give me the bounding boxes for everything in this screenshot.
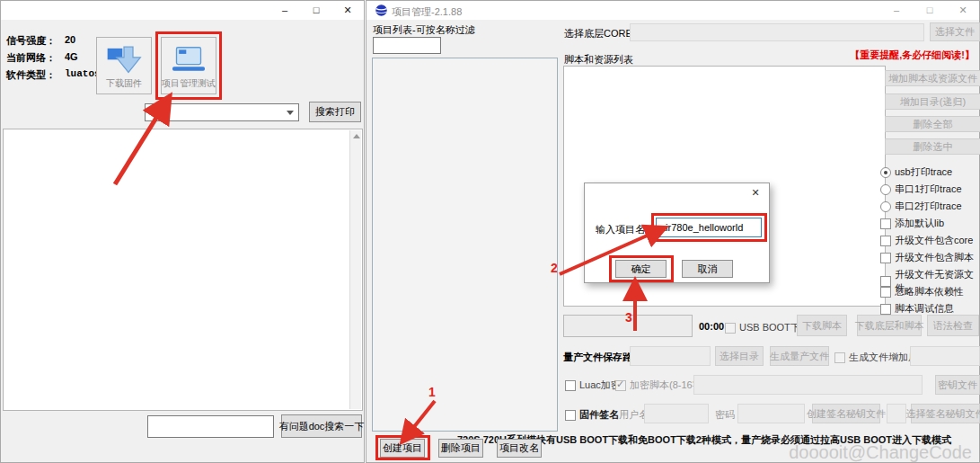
chevron-down-icon <box>287 111 294 115</box>
radio-icon <box>880 184 891 195</box>
key-file-button[interactable]: 密钥文件 <box>935 375 980 395</box>
main-tool-window: – □ ✕ 信号强度：20 当前网络：4G 软件类型：luatos 下载固件 <box>0 0 365 463</box>
laptop-icon <box>169 45 208 77</box>
create-sign-key-button[interactable]: 创建签名秘钥文件 <box>812 404 880 423</box>
add-directory-button[interactable]: 增加目录(递归) <box>885 93 980 110</box>
radio-icon <box>880 167 891 178</box>
maximize-button[interactable]: □ <box>919 2 940 19</box>
checkbox-ignore-dependency[interactable]: 忽略脚本依赖性 <box>880 285 964 298</box>
project-management-test-label: 项目管理测试 <box>162 77 216 90</box>
checkbox-icon <box>725 323 736 334</box>
network-value: 4G <box>65 51 78 68</box>
checkbox-icon <box>834 352 845 363</box>
checkbox-luac-encrypt[interactable]: Luac加密 <box>565 378 621 392</box>
step2-number: 2 <box>551 261 558 275</box>
checkbox-icon <box>880 218 891 229</box>
elapsed-time: 00:00 <box>699 321 724 332</box>
software-type-label: 软件类型： <box>6 68 56 85</box>
project-list-label: 项目列表-可按名称过滤 <box>373 23 475 37</box>
choose-sign-key-button[interactable]: 选择签名秘钥文件 <box>911 404 980 423</box>
checkbox-icon <box>880 304 891 315</box>
checkbox-label: 升级文件包含core <box>895 234 973 247</box>
radio-icon <box>880 201 891 212</box>
checkbox-icon <box>565 410 576 421</box>
sign-extra-input[interactable] <box>887 404 906 423</box>
right-titlebar: 项目管理-2.1.88 – □ ✕ <box>366 1 979 20</box>
print-filter-combobox[interactable] <box>145 103 299 121</box>
network-label: 当前网络： <box>6 51 56 68</box>
step3-number: 3 <box>625 310 632 325</box>
checkbox-icon <box>615 380 626 391</box>
production-path-input[interactable] <box>630 346 711 366</box>
doc-search-button[interactable]: 有问题doc搜索一下 <box>281 414 362 438</box>
minimize-button[interactable]: – <box>274 2 296 19</box>
delete-project-button[interactable]: 删除项目 <box>438 439 483 458</box>
important-warning-text: 【重要提醒,务必仔细阅读!】 <box>850 49 975 62</box>
project-name-input[interactable]: air780e_helloworld <box>656 218 762 237</box>
core-path-input[interactable] <box>630 23 924 41</box>
project-management-test-button[interactable]: 项目管理测试 <box>161 37 216 94</box>
log-scrollbar[interactable] <box>349 130 361 409</box>
dialog-close-button[interactable]: ✕ <box>747 187 764 201</box>
delete-all-button[interactable]: 删除全部 <box>885 116 980 132</box>
download-firmware-button[interactable]: 下载固件 <box>96 37 152 94</box>
checkbox-upgrade-includes-core[interactable]: 升级文件包含core <box>880 234 973 247</box>
checkbox-icon <box>880 253 891 263</box>
device-info: 信号强度：20 当前网络：4G 软件类型：luatos <box>6 34 101 85</box>
radio-label: 串口1打印trace <box>895 183 962 196</box>
checkbox-label: 升级文件包含脚本 <box>895 251 974 264</box>
dialog-ok-button[interactable]: 确定 <box>615 260 667 278</box>
radio-uart1-trace[interactable]: 串口1打印trace <box>880 183 962 196</box>
add-script-file-button[interactable]: 增加脚本或资源文件 <box>885 70 980 86</box>
log-output-area[interactable] <box>3 129 363 411</box>
username-input[interactable] <box>644 404 709 423</box>
dialog-cancel-button[interactable]: 取消 <box>682 260 733 278</box>
close-button[interactable]: ✕ <box>952 2 974 19</box>
checkbox-label: Luac加密 <box>579 378 621 392</box>
project-listbox[interactable] <box>372 58 558 432</box>
radio-label: 串口2打印trace <box>895 200 962 213</box>
doc-search-input[interactable] <box>147 415 274 438</box>
core-label: 选择底层CORE <box>564 27 632 40</box>
checkbox-add-default-lib[interactable]: 添加默认lib <box>880 217 944 230</box>
watermark: dooooit@ChangeCode <box>789 442 972 463</box>
choose-core-file-button[interactable]: 选择文件 <box>930 22 980 41</box>
step1-number: 1 <box>428 385 436 399</box>
script-list-label: 脚本和资源列表 <box>564 53 633 67</box>
password-input[interactable] <box>737 404 805 423</box>
radio-uart2-trace[interactable]: 串口2打印trace <box>880 200 962 213</box>
checkbox-label: 添加默认lib <box>895 217 944 230</box>
checkbox-icon <box>565 380 576 391</box>
maximize-button[interactable]: □ <box>305 2 327 19</box>
checkbox-label: 固件签名 <box>579 408 619 422</box>
download-script-button[interactable]: 下载脚本 <box>797 315 847 336</box>
checkbox-script-debug-info[interactable]: 脚本调试信息 <box>880 302 954 316</box>
close-button[interactable]: ✕ <box>337 2 358 19</box>
delete-selected-button[interactable]: 删除选中 <box>885 138 980 155</box>
rename-project-button[interactable]: 项目改名 <box>497 439 542 458</box>
suffix-input[interactable] <box>910 346 980 366</box>
project-filter-input[interactable] <box>373 37 441 54</box>
dialog-input-label: 输入项目名称 <box>596 223 655 236</box>
screenshot-root: – □ ✕ 信号强度：20 当前网络：4G 软件类型：luatos 下载固件 <box>0 0 980 463</box>
encrypt-key-input[interactable] <box>693 375 923 395</box>
scroll-up-icon <box>353 134 360 138</box>
search-print-button[interactable]: 搜索打印 <box>309 102 361 122</box>
choose-directory-button[interactable]: 选择目录 <box>715 346 764 366</box>
create-project-button[interactable]: 创建项目 <box>380 439 425 458</box>
generate-production-file-button[interactable]: 生成量产文件 <box>770 346 829 366</box>
app-logo-icon <box>375 4 387 16</box>
window-title: 项目管理-2.1.88 <box>392 5 462 19</box>
signal-label: 信号强度： <box>6 34 56 51</box>
radio-usb-trace[interactable]: usb打印trace <box>880 165 952 179</box>
syntax-check-button[interactable]: 语法检查 <box>927 315 979 336</box>
checkbox-firmware-sign[interactable]: 固件签名 <box>565 408 619 422</box>
checkbox-label: 忽略脚本依赖性 <box>895 285 964 298</box>
software-type-value: luatos <box>65 68 101 85</box>
checkbox-upgrade-includes-script[interactable]: 升级文件包含脚本 <box>880 251 974 264</box>
download-core-and-script-button[interactable]: 下载底层和脚本 <box>857 315 922 336</box>
minimize-button[interactable]: – <box>886 2 907 19</box>
project-name-dialog: ✕ 输入项目名称 air780e_helloworld 确定 取消 <box>584 183 770 283</box>
radio-label: usb打印trace <box>895 165 952 179</box>
password-label: 密码 <box>715 408 735 422</box>
